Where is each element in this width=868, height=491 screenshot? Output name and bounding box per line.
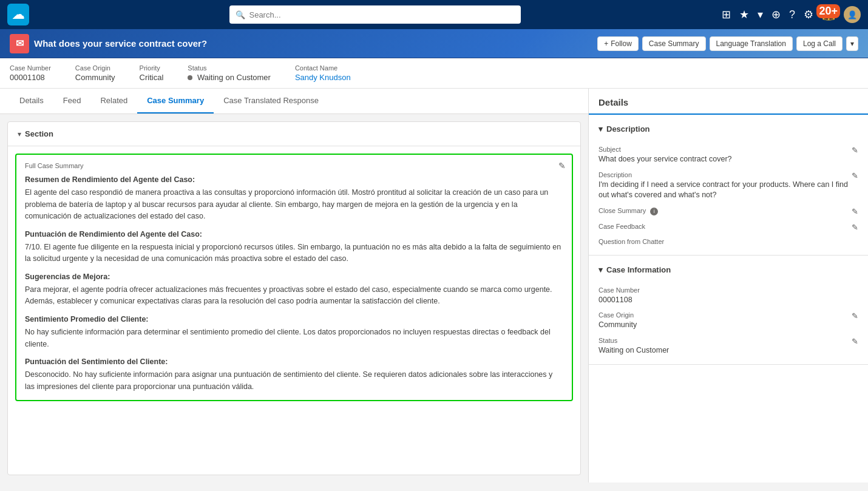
case-feedback-edit-icon[interactable]: ✎ bbox=[852, 223, 858, 232]
summary-para-2-title: Puntuación de Rendimiento del Agente del… bbox=[25, 229, 563, 240]
summary-para-1: Resumen de Rendimiento del Agente del Ca… bbox=[25, 174, 563, 223]
status-field: Status Waiting on Customer bbox=[188, 64, 271, 82]
status-info-row: Status Waiting on Customer ✎ bbox=[598, 331, 858, 356]
right-panel: Details ▾ Description Subject What does … bbox=[589, 89, 868, 483]
notifications-icon[interactable]: 🔔 20+ bbox=[822, 8, 835, 21]
subject-row: Subject What does your service contract … bbox=[598, 140, 858, 165]
tab-details[interactable]: Details bbox=[10, 89, 53, 113]
log-a-call-button[interactable]: Log a Call bbox=[796, 36, 843, 51]
description-value: I'm deciding if I need a service contrac… bbox=[598, 180, 852, 201]
search-icon: 🔍 bbox=[236, 10, 245, 19]
record-title: What does your service contract cover? bbox=[34, 38, 207, 49]
summary-para-3-title: Sugerencias de Mejora: bbox=[25, 271, 563, 283]
status-info-label: Status bbox=[598, 337, 852, 344]
section-header[interactable]: ▾ Section bbox=[8, 122, 580, 146]
tab-case-summary[interactable]: Case Summary bbox=[137, 89, 214, 113]
section-title: Section bbox=[25, 129, 53, 138]
follow-button[interactable]: + Follow bbox=[597, 36, 639, 51]
contact-name-field: Contact Name Sandy Knudson bbox=[295, 64, 351, 82]
section-chevron-icon: ▾ bbox=[18, 130, 21, 138]
record-header: ✉ What does your service contract cover?… bbox=[0, 29, 868, 58]
help-icon[interactable]: ? bbox=[789, 8, 795, 21]
summary-para-4-title: Sentimiento Promedio del Cliente: bbox=[25, 314, 563, 325]
case-number-value: 00001108 bbox=[10, 73, 51, 82]
subject-field: Subject What does your service contract … bbox=[598, 137, 858, 249]
case-info-chevron-icon: ▾ bbox=[598, 265, 603, 274]
subject-edit-icon[interactable]: ✎ bbox=[852, 146, 858, 155]
more-actions-button[interactable]: ▾ bbox=[846, 36, 858, 51]
case-meta-bar: Case Number 00001108 Case Origin Communi… bbox=[0, 58, 868, 89]
case-origin-label: Case Origin bbox=[75, 64, 115, 72]
description-section-header[interactable]: ▾ Description bbox=[598, 121, 858, 137]
language-translation-button[interactable]: Language Translation bbox=[710, 36, 793, 51]
case-origin-row: Case Origin Community ✎ bbox=[598, 305, 858, 331]
summary-para-5-title: Puntuación del Sentimiento del Cliente: bbox=[25, 356, 563, 368]
main-layout: Details Feed Related Case Summary Case T… bbox=[0, 89, 868, 483]
case-number-field: Case Number 00001108 bbox=[10, 64, 51, 82]
case-number-label: Case Number bbox=[10, 64, 51, 72]
case-origin-value: Community bbox=[75, 73, 115, 82]
close-summary-row: Close Summary i ✎ bbox=[598, 201, 858, 217]
question-chatter-row: Question from Chatter bbox=[598, 232, 858, 246]
full-case-summary-box: Full Case Summary ✎ Resumen de Rendimien… bbox=[15, 154, 573, 401]
tab-feed[interactable]: Feed bbox=[53, 89, 91, 113]
description-chevron-icon: ▾ bbox=[598, 124, 603, 134]
description-section-title: Description bbox=[606, 124, 650, 134]
summary-edit-icon[interactable]: ✎ bbox=[558, 161, 566, 171]
case-info-number-label: Case Number bbox=[598, 286, 858, 294]
case-origin-info-value: Community bbox=[598, 320, 852, 331]
case-origin-field: Case Origin Community bbox=[75, 64, 115, 82]
question-chatter-label: Question from Chatter bbox=[598, 238, 858, 245]
description-label: Description bbox=[598, 171, 852, 178]
top-navigation: ☁ 🔍 ⊞ ★ ▾ ⊕ ? ⚙ 🔔 20+ 👤 bbox=[0, 0, 868, 29]
priority-field: Priority Critical bbox=[140, 64, 164, 82]
left-panel: Details Feed Related Case Summary Case T… bbox=[0, 89, 589, 483]
status-value: Waiting on Customer bbox=[188, 73, 271, 82]
avatar[interactable]: 👤 bbox=[844, 6, 861, 23]
close-summary-label: Close Summary i bbox=[598, 207, 852, 215]
home-icon[interactable]: ⊞ bbox=[722, 8, 731, 21]
full-case-summary-label: Full Case Summary bbox=[25, 162, 563, 169]
case-icon: ✉ bbox=[10, 34, 29, 53]
case-info-number-value: 00001108 bbox=[598, 295, 858, 306]
summary-para-5: Puntuación del Sentimiento del Cliente: … bbox=[25, 356, 563, 393]
section-panel: ▾ Section Full Case Summary ✎ Resumen de… bbox=[7, 121, 581, 475]
contact-name-value[interactable]: Sandy Knudson bbox=[295, 73, 351, 82]
settings-icon[interactable]: ⚙ bbox=[804, 8, 813, 21]
contact-name-label: Contact Name bbox=[295, 64, 351, 72]
search-input[interactable] bbox=[249, 10, 515, 19]
summary-para-4: Sentimiento Promedio del Cliente: No hay… bbox=[25, 314, 563, 350]
case-feedback-label: Case Feedback bbox=[598, 223, 852, 230]
notification-badge: 20+ bbox=[816, 4, 840, 18]
case-feedback-row: Case Feedback ✎ bbox=[598, 217, 858, 232]
add-icon[interactable]: ⊕ bbox=[771, 8, 781, 21]
info-icon: i bbox=[650, 208, 658, 215]
favorites-icon[interactable]: ★ bbox=[739, 8, 749, 21]
close-summary-edit-icon[interactable]: ✎ bbox=[852, 207, 858, 216]
right-panel-title: Details bbox=[589, 89, 868, 115]
tab-case-translated[interactable]: Case Translated Response bbox=[214, 89, 328, 113]
tab-related[interactable]: Related bbox=[90, 89, 137, 113]
status-info-value: Waiting on Customer bbox=[598, 345, 852, 356]
description-row: Description I'm deciding if I need a ser… bbox=[598, 165, 858, 201]
status-dot-icon bbox=[188, 75, 192, 80]
case-info-fields: Case Number 00001108 Case Origin Communi… bbox=[598, 278, 858, 359]
status-edit-icon[interactable]: ✎ bbox=[852, 337, 858, 346]
subject-value: What does your service contract cover? bbox=[598, 154, 732, 165]
status-label: Status bbox=[188, 64, 271, 72]
subject-label: Subject bbox=[598, 146, 732, 153]
record-title-group: ✉ What does your service contract cover? bbox=[10, 34, 207, 53]
follow-icon: + bbox=[604, 39, 608, 48]
case-origin-edit-icon[interactable]: ✎ bbox=[852, 311, 858, 320]
global-search[interactable]: 🔍 bbox=[229, 5, 521, 24]
case-information-section: ▾ Case Information Case Number 00001108 … bbox=[589, 256, 868, 365]
case-summary-button[interactable]: Case Summary bbox=[642, 36, 706, 51]
description-edit-icon[interactable]: ✎ bbox=[852, 171, 858, 180]
case-information-title: Case Information bbox=[606, 265, 671, 274]
nav-icon-group: ⊞ ★ ▾ ⊕ ? ⚙ 🔔 20+ 👤 bbox=[722, 6, 861, 23]
case-information-header[interactable]: ▾ Case Information bbox=[598, 262, 858, 278]
summary-text-content: Resumen de Rendimiento del Agente del Ca… bbox=[25, 174, 563, 393]
summary-para-1-title: Resumen de Rendimiento del Agente del Ca… bbox=[25, 174, 563, 186]
nav-waffle-icon[interactable]: ▾ bbox=[758, 8, 763, 21]
header-actions: + Follow Case Summary Language Translati… bbox=[597, 36, 858, 51]
